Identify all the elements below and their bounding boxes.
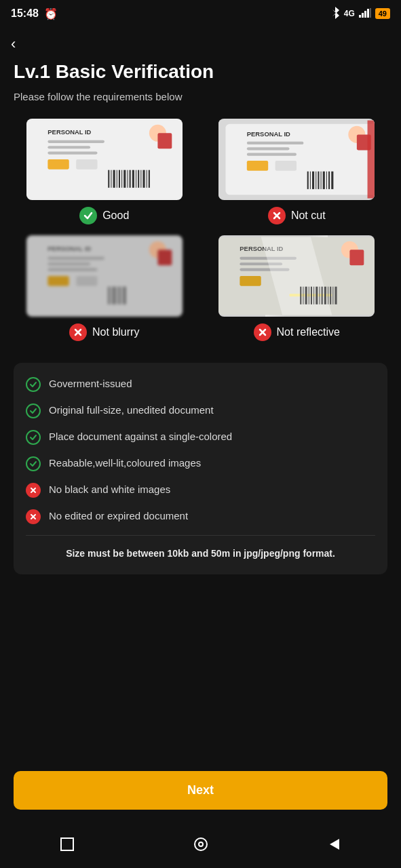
svg-rect-68 (123, 287, 126, 304)
svg-rect-94 (335, 287, 337, 304)
svg-rect-87 (316, 287, 318, 304)
nav-square-icon[interactable] (57, 834, 77, 854)
network-icon: 4G (344, 9, 355, 18)
bluetooth-icon (330, 7, 340, 21)
req-check-icon-1 (26, 403, 41, 418)
svg-rect-86 (313, 287, 314, 304)
nav-back-icon[interactable] (324, 834, 345, 854)
svg-rect-59 (47, 269, 97, 271)
svg-text:PERSONAL ID: PERSONAL ID (247, 130, 290, 138)
svg-rect-84 (309, 287, 309, 304)
svg-rect-21 (127, 170, 128, 188)
check-circle-good (79, 207, 97, 224)
svg-rect-14 (108, 170, 109, 188)
svg-marker-104 (330, 839, 339, 850)
svg-rect-62 (108, 287, 109, 304)
not-reflective-label: Not reflective (277, 326, 340, 338)
svg-point-102 (195, 838, 207, 850)
svg-rect-49 (331, 172, 333, 189)
svg-text:PERSONAL ID: PERSONAL ID (47, 128, 91, 136)
svg-text:PERSONAL ID: PERSONAL ID (47, 245, 91, 252)
svg-rect-1 (362, 13, 364, 18)
svg-rect-12 (47, 159, 69, 170)
svg-rect-93 (333, 287, 334, 304)
id-card-not-blurry: PERSONAL ID (26, 235, 183, 317)
req-text-2: Place document against a single-colored (49, 429, 232, 443)
svg-rect-3 (367, 9, 369, 18)
example-good: PERSONAL ID (14, 119, 195, 224)
svg-rect-43 (316, 172, 316, 189)
svg-rect-56 (157, 250, 172, 265)
svg-rect-61 (76, 276, 97, 286)
svg-rect-20 (123, 170, 126, 188)
svg-rect-47 (326, 172, 327, 189)
svg-rect-15 (111, 170, 111, 188)
svg-rect-28 (146, 170, 147, 188)
svg-rect-41 (310, 172, 311, 189)
svg-rect-66 (119, 287, 120, 304)
example-not-blurry: PERSONAL ID (14, 235, 195, 341)
svg-rect-35 (247, 142, 304, 144)
req-check-icon-3 (26, 456, 41, 471)
example-not-reflective: PERSONAL ID (206, 235, 388, 341)
next-button[interactable]: Next (14, 771, 387, 810)
svg-rect-10 (47, 146, 90, 149)
svg-rect-67 (121, 287, 122, 304)
divider (26, 535, 375, 536)
req-check-icon-2 (26, 430, 41, 445)
svg-rect-83 (305, 287, 307, 304)
req-item-0: Goverment-issued (26, 376, 375, 392)
nav-home-icon[interactable] (191, 834, 211, 854)
svg-rect-8 (157, 133, 172, 149)
x-circle-not-reflective (254, 323, 271, 341)
svg-rect-40 (307, 172, 309, 189)
example-not-cut-label: Not cut (268, 207, 326, 224)
svg-rect-92 (330, 287, 331, 304)
req-x-icon-4 (26, 483, 41, 498)
svg-rect-63 (111, 287, 111, 304)
svg-rect-16 (113, 170, 115, 188)
svg-rect-18 (119, 170, 120, 188)
next-button-wrapper: Next (0, 771, 401, 823)
svg-rect-85 (311, 287, 312, 304)
status-bar: 15:48 ⏰ 4G 49 (0, 0, 401, 27)
svg-rect-89 (322, 287, 323, 304)
id-card-good: PERSONAL ID (26, 119, 183, 200)
main-content: Lv.1 Basic Verification Please follow th… (0, 61, 401, 681)
svg-rect-13 (76, 159, 97, 170)
svg-rect-11 (47, 152, 97, 155)
svg-rect-44 (318, 172, 320, 189)
time-display: 15:48 (11, 7, 39, 20)
page-subtitle: Please follow the requirements below (14, 91, 387, 102)
examples-grid: PERSONAL ID (14, 119, 387, 341)
back-button[interactable]: ‹ (0, 27, 401, 61)
req-check-icon-0 (26, 377, 41, 392)
svg-rect-39 (275, 161, 297, 171)
svg-rect-60 (47, 276, 69, 286)
req-text-5: No edited or expired document (49, 509, 188, 523)
svg-rect-23 (132, 170, 134, 188)
example-not-cut: PERSONAL ID (206, 119, 388, 224)
req-x-icon-5 (26, 509, 41, 524)
signal-bars-icon (359, 8, 371, 20)
svg-rect-4 (370, 8, 371, 18)
req-item-3: Reabable,well-lit,coloured images (26, 456, 375, 471)
good-label: Good (102, 210, 129, 222)
svg-rect-9 (47, 140, 104, 143)
svg-rect-45 (321, 172, 322, 189)
svg-rect-0 (359, 15, 361, 18)
req-text-1: Original full-size, unedited document (49, 403, 214, 417)
battery-icon: 49 (375, 8, 390, 19)
svg-rect-65 (117, 287, 117, 304)
svg-rect-78 (240, 276, 261, 286)
svg-rect-37 (247, 153, 297, 156)
id-card-not-cut: PERSONAL ID (218, 119, 375, 200)
svg-rect-48 (328, 172, 330, 189)
nav-bar (0, 823, 401, 868)
svg-rect-26 (140, 170, 141, 188)
req-text-3: Reabable,well-lit,coloured images (49, 456, 201, 470)
example-good-label: Good (79, 207, 129, 224)
x-circle-not-blurry (69, 323, 87, 341)
svg-rect-42 (312, 172, 314, 189)
svg-point-103 (199, 842, 203, 846)
